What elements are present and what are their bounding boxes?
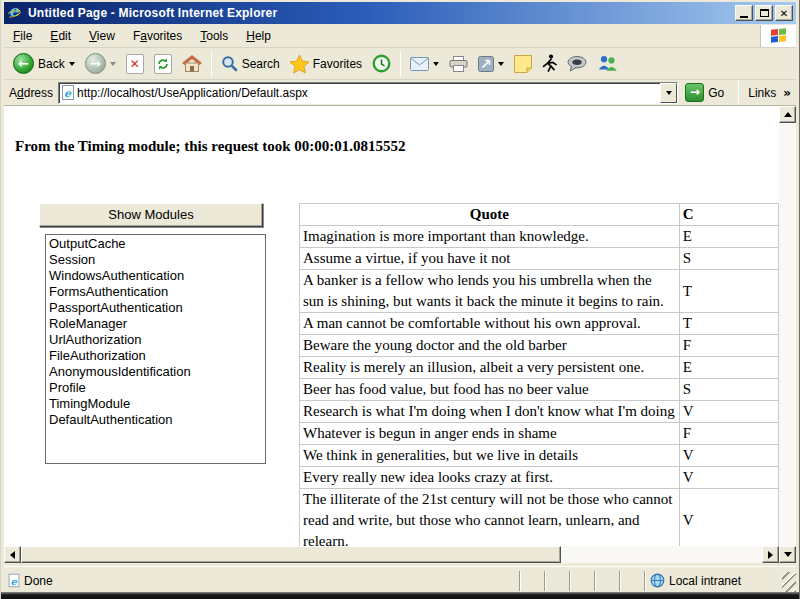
- throbber: [760, 25, 796, 47]
- discuss-button[interactable]: [562, 53, 592, 75]
- quote-cell: A man cannot be comfortable without his …: [300, 313, 680, 335]
- quote-row: Beer has food value, but food has no bee…: [300, 379, 779, 401]
- module-list-item[interactable]: RoleManager: [46, 316, 265, 332]
- address-input[interactable]: [74, 86, 660, 100]
- title-bar: e Untitled Page - Microsoft Internet Exp…: [4, 2, 796, 24]
- speech-balloon-icon: [567, 56, 587, 72]
- edit-button[interactable]: [473, 53, 509, 75]
- author-cell: S: [679, 248, 778, 270]
- scroll-up-icon: [784, 112, 792, 117]
- search-button[interactable]: Search: [216, 52, 285, 75]
- window-title: Untitled Page - Microsoft Internet Explo…: [28, 6, 735, 20]
- author-cell: V: [679, 467, 778, 489]
- status-pane-empty-5: [619, 571, 644, 591]
- maximize-button[interactable]: [755, 5, 773, 21]
- vertical-scrollbar[interactable]: [779, 106, 796, 563]
- menu-item-help[interactable]: Help: [237, 25, 280, 47]
- scroll-up-button[interactable]: [779, 106, 796, 123]
- window-bottom-edge: [1, 592, 799, 599]
- quote-row: Imagination is more important than knowl…: [300, 226, 779, 248]
- minimize-button[interactable]: [735, 5, 753, 21]
- menu-item-view[interactable]: View: [80, 25, 124, 47]
- print-button[interactable]: [444, 53, 473, 75]
- mail-button[interactable]: [405, 54, 444, 74]
- resize-grip[interactable]: [782, 572, 796, 592]
- address-label: Address: [9, 86, 53, 100]
- msn-messenger-button[interactable]: [592, 52, 623, 75]
- close-button[interactable]: ✕: [775, 5, 793, 21]
- scroll-left-button[interactable]: [4, 546, 21, 563]
- menu-item-favorites[interactable]: Favorites: [124, 25, 191, 47]
- messenger-button[interactable]: [537, 51, 562, 76]
- horizontal-scrollbar[interactable]: [4, 546, 779, 563]
- minimize-icon: [740, 16, 748, 18]
- home-icon: [182, 55, 202, 72]
- show-modules-button[interactable]: Show Modules: [39, 203, 263, 227]
- module-list-item[interactable]: Session: [46, 252, 265, 268]
- quote-cell: Imagination is more important than knowl…: [300, 226, 680, 248]
- module-list-item[interactable]: UrlAuthorization: [46, 332, 265, 348]
- web-page: From the Timing module; this request too…: [4, 106, 779, 546]
- modules-listbox[interactable]: OutputCacheSessionWindowsAuthenticationF…: [45, 234, 266, 464]
- address-input-box[interactable]: e: [58, 82, 678, 104]
- menu-item-file[interactable]: File: [4, 25, 41, 47]
- quote-row: A banker is a fellow who lends you his u…: [300, 270, 779, 313]
- author-cell: F: [679, 423, 778, 445]
- menu-item-tools[interactable]: Tools: [191, 25, 237, 47]
- quote-row: Reality is merely an illusion, albeit a …: [300, 357, 779, 379]
- menu-item-edit[interactable]: Edit: [41, 25, 80, 47]
- globe-icon: [650, 573, 665, 588]
- module-list-item[interactable]: TimingModule: [46, 396, 265, 412]
- address-dropdown-button[interactable]: [660, 83, 677, 103]
- notes-button[interactable]: [509, 52, 537, 76]
- module-list-item[interactable]: DefaultAuthentication: [46, 412, 265, 428]
- quote-row: Research is what I'm doing when I don't …: [300, 401, 779, 423]
- ie-logo-icon: e: [7, 5, 24, 21]
- status-pane-empty-2: [544, 571, 569, 591]
- favorites-star-icon: [290, 55, 309, 73]
- stop-button[interactable]: ✕: [121, 51, 149, 77]
- status-pane-empty-1: [519, 571, 544, 591]
- module-list-item[interactable]: FileAuthorization: [46, 348, 265, 364]
- quote-row: Whatever is begun in anger ends in shame…: [300, 423, 779, 445]
- forward-button[interactable]: →: [80, 50, 121, 77]
- status-bar: e Done Local intranet: [4, 566, 796, 592]
- refresh-button[interactable]: [149, 51, 177, 77]
- two-people-icon: [597, 55, 618, 72]
- search-icon: [221, 55, 238, 72]
- go-button[interactable]: → Go: [683, 82, 729, 103]
- forward-dropdown-icon[interactable]: [110, 62, 116, 66]
- module-list-item[interactable]: FormsAuthentication: [46, 284, 265, 300]
- back-label: Back: [38, 57, 65, 71]
- timing-heading: From the Timing module; this request too…: [15, 138, 406, 155]
- horizontal-scroll-thumb[interactable]: [21, 546, 561, 563]
- go-arrow-icon: →: [685, 83, 704, 102]
- links-chevron-icon[interactable]: »: [783, 86, 791, 100]
- scroll-right-button[interactable]: [762, 546, 779, 563]
- back-button[interactable]: ← Back: [8, 50, 80, 77]
- home-button[interactable]: [177, 52, 207, 75]
- browser-window: e Untitled Page - Microsoft Internet Exp…: [0, 0, 800, 599]
- mail-dropdown-icon[interactable]: [433, 62, 439, 66]
- quote-cell: Whatever is begun in anger ends in shame: [300, 423, 680, 445]
- module-list-item[interactable]: OutputCache: [46, 236, 265, 252]
- author-cell: E: [679, 226, 778, 248]
- quote-row: The illiterate of the 21st century will …: [300, 489, 779, 547]
- author-cell: V: [679, 489, 778, 547]
- module-list-item[interactable]: Profile: [46, 380, 265, 396]
- note-icon: [514, 55, 532, 73]
- favorites-button[interactable]: Favorites: [285, 52, 367, 76]
- quotes-table: QuoteC Imagination is more important tha…: [299, 203, 779, 546]
- done-page-icon: e: [9, 574, 20, 588]
- back-dropdown-icon[interactable]: [69, 62, 75, 66]
- history-button[interactable]: [367, 51, 396, 76]
- close-icon: ✕: [780, 8, 788, 19]
- scroll-down-button[interactable]: [779, 546, 796, 563]
- status-text: Done: [24, 574, 53, 588]
- edit-dropdown-icon[interactable]: [498, 62, 504, 66]
- status-pane: e Done: [4, 571, 519, 591]
- module-list-item[interactable]: AnonymousIdentification: [46, 364, 265, 380]
- links-menu[interactable]: Links: [748, 86, 776, 100]
- module-list-item[interactable]: WindowsAuthentication: [46, 268, 265, 284]
- module-list-item[interactable]: PassportAuthentication: [46, 300, 265, 316]
